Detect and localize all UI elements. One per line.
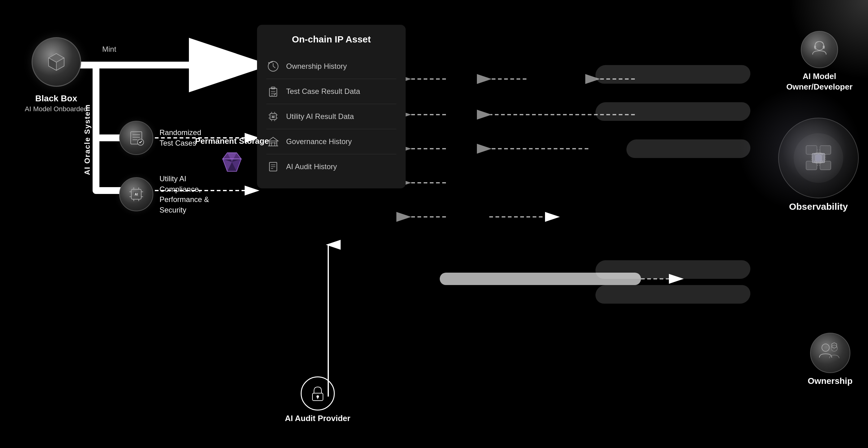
testcase-item: Test Case Result Data: [266, 79, 396, 104]
audit-provider-label: AI Audit Provider: [285, 414, 350, 423]
black-box-label: Black Box AI Model Onboarded: [25, 92, 88, 114]
ai-chip-icon: AI: [266, 110, 280, 123]
svg-rect-63: [814, 46, 816, 49]
oracle-system-label: AI Oracle System: [83, 81, 92, 198]
audit-history-label: AI Audit History: [286, 162, 337, 171]
diagram-container: Mint Black Box AI Model Onboarded AI Ora…: [0, 0, 868, 448]
audit-history-item: AI Audit History: [266, 154, 396, 179]
svg-marker-48: [268, 137, 278, 141]
ip-asset-title: On-chain IP Asset: [266, 34, 396, 44]
mint-label: Mint: [102, 45, 116, 54]
audit-provider-section: AI Audit Provider: [285, 377, 350, 423]
ownership-section: Ownership: [808, 333, 852, 386]
observability-circle: [778, 118, 859, 198]
permanent-storage-section: Permanent Storage: [195, 136, 269, 174]
svg-text:AI: AI: [272, 116, 274, 118]
svg-rect-64: [823, 46, 825, 49]
svg-rect-47: [270, 141, 277, 146]
storage-gem-icon: [216, 150, 247, 174]
utility-icon: AI: [119, 177, 153, 211]
decoration-brush-2: [595, 102, 751, 121]
ownership-avatar: [810, 333, 850, 373]
ai-owner-avatar: [801, 31, 838, 68]
ai-owner-section: AI Model Owner/Developer: [786, 31, 852, 92]
observability-label: Observability: [789, 201, 848, 212]
clipboard-icon: [266, 85, 280, 98]
black-box-section: Black Box AI Model Onboarded: [25, 37, 88, 114]
utility-result-item: AI Utility AI Result Data: [266, 104, 396, 129]
storage-label: Permanent Storage: [195, 136, 269, 146]
decoration-brush-4: [595, 260, 751, 279]
ai-owner-label: AI Model Owner/Developer: [786, 71, 852, 92]
randomized-test-cases-node: Randomized Test Cases: [119, 121, 201, 155]
svg-point-79: [822, 344, 829, 351]
ownership-history-item: Ownership History: [266, 54, 396, 79]
decoration-brush-1: [595, 65, 751, 84]
svg-point-82: [316, 395, 319, 398]
ownership-label: Ownership: [808, 376, 852, 386]
clock-icon: [266, 59, 280, 73]
svg-text:AI: AI: [135, 193, 138, 196]
governance-history-item: Governance History: [266, 129, 396, 154]
utility-result-label: Utility AI Result Data: [286, 112, 354, 121]
ip-asset-panel: On-chain IP Asset Ownership History: [257, 25, 406, 188]
svg-line-29: [273, 66, 275, 68]
randomized-icon: [119, 121, 153, 155]
utility-label: Utility AI Compliance, Performance & Sec…: [159, 174, 209, 215]
audit-provider-icon: [301, 377, 335, 411]
ownership-history-label: Ownership History: [286, 62, 347, 71]
decoration-brush-3: [625, 140, 751, 158]
svg-point-78: [812, 152, 825, 164]
testcase-label: Test Case Result Data: [286, 87, 360, 96]
observability-section: Observability: [778, 118, 859, 212]
utility-ai-node: AI Utility AI Compliance, Performance & …: [119, 174, 209, 215]
black-box-icon: [32, 37, 81, 87]
decoration-brush-5: [595, 285, 751, 304]
governance-history-label: Governance History: [286, 137, 352, 146]
